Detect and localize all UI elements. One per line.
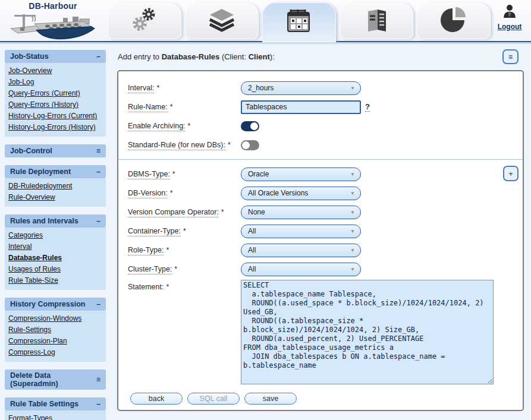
tab-settings[interactable] xyxy=(108,2,181,39)
sidebar-item-job-overview[interactable]: Job-Overview xyxy=(8,65,52,77)
sidebar-item-job-log[interactable]: Job-Log xyxy=(8,77,34,88)
db-version-row: DB-Version:* All Oracle Versions ▼ xyxy=(128,184,513,203)
app-header: DB-Harbour xyxy=(0,0,531,42)
db-version-select[interactable]: All Oracle Versions ▼ xyxy=(241,187,361,200)
sidebar-item-history-log-errors-history-[interactable]: History-Log-Errors (History) xyxy=(8,122,96,133)
rule-name-input[interactable] xyxy=(241,100,361,114)
chevron-down-icon: ▼ xyxy=(350,248,355,253)
sidebar-item-compress-log[interactable]: Compress-Log xyxy=(8,347,55,358)
sidebar-section-title: Delete Data (Superadmin) xyxy=(10,371,96,388)
sidebar-item-history-log-errors-current-[interactable]: History-Log-Errors (Current) xyxy=(8,110,97,122)
collapse-icon[interactable]: – xyxy=(96,168,100,175)
enable-archiving-row: Enable Archiving:* xyxy=(128,116,513,135)
collapse-icon[interactable]: ≡ xyxy=(96,376,100,383)
sidebar-section: Rule Deployment – DB-RuledeploymentRule-… xyxy=(5,165,106,207)
sidebar-item-db-ruledeployment[interactable]: DB-Ruledeployment xyxy=(8,181,72,192)
sidebar-section: History Compression – Compression-Window… xyxy=(5,298,106,362)
sidebar-item-interval[interactable]: Interval xyxy=(8,241,32,252)
chevron-down-icon: ▼ xyxy=(350,86,355,91)
layers-icon xyxy=(206,7,237,35)
sidebar-item-compression-plan[interactable]: Compression-Plan xyxy=(8,336,67,347)
hamburger-icon: ≡ xyxy=(508,53,513,61)
version-compare-operator-select[interactable]: None ▼ xyxy=(241,206,361,219)
sidebar-item-format-types[interactable]: Format-Types xyxy=(8,413,52,420)
sidebar-section-header[interactable]: Rules and Intervals – xyxy=(5,214,106,228)
sidebar-item-rule-table-size[interactable]: Rule Table-Size xyxy=(8,275,58,286)
sidebar-section: Job-Status – Job-OverviewJob-LogQuery-Er… xyxy=(5,50,106,137)
save-button[interactable]: save xyxy=(244,393,297,405)
logout-link[interactable]: Logout xyxy=(498,23,522,31)
interval-row: Interval:* 2_hours ▼ xyxy=(128,78,513,97)
ledger-icon xyxy=(361,7,392,35)
tab-scheduler[interactable] xyxy=(262,2,336,42)
sidebar-section-header[interactable]: Job-Status – xyxy=(5,50,106,63)
tab-layers[interactable] xyxy=(185,2,259,39)
gears-icon xyxy=(129,5,160,36)
sidebar-item-usages-of-rules[interactable]: Usages of Rules xyxy=(8,264,61,275)
enable-archiving-toggle[interactable] xyxy=(241,121,259,131)
version-compare-operator-label: Version Compare Operator:* xyxy=(128,208,241,216)
role-type-select[interactable]: All ▼ xyxy=(241,244,361,257)
collapse-icon[interactable]: – xyxy=(96,400,100,408)
interval-label: Interval:* xyxy=(128,84,241,92)
sidebar-section-title: Rule Table Settings xyxy=(10,400,78,408)
sidebar-item-query-errors-history-[interactable]: Query-Errors (History) xyxy=(8,99,78,110)
statement-label: Statement:* xyxy=(128,280,241,291)
role-type-label: Role-Type:* xyxy=(128,246,241,254)
cluster-type-row: Cluster-Type:* All ▼ xyxy=(128,260,513,279)
page-title: Add entry to Database-Rules (Client: Cli… xyxy=(118,52,275,61)
container-type-select[interactable]: All ▼ xyxy=(241,225,361,238)
add-dbms-entry-button[interactable]: + xyxy=(503,166,519,181)
chevron-down-icon: ▼ xyxy=(350,172,355,177)
cluster-type-select[interactable]: All ▼ xyxy=(241,263,361,276)
cargo-ship-icon xyxy=(8,32,98,42)
form-separator xyxy=(118,159,523,160)
collapse-icon[interactable]: ≡ xyxy=(96,147,100,154)
standard-rule-toggle[interactable] xyxy=(241,140,259,150)
chevron-down-icon: ▼ xyxy=(350,229,355,234)
sidebar-item-categories[interactable]: Categories xyxy=(8,230,43,241)
sidebar-item-compression-windows[interactable]: Compression-Windows xyxy=(8,313,81,324)
sidebar-section-header[interactable]: Job-Control ≡ xyxy=(5,144,106,157)
role-type-row: Role-Type:* All ▼ xyxy=(128,241,513,260)
rule-name-row: Rule-Name:* ? xyxy=(128,97,513,116)
sidebar-section: Delete Data (Superadmin) ≡ xyxy=(5,370,106,390)
sidebar-section-header[interactable]: Rule Table Settings – xyxy=(5,397,106,410)
sql-call-button[interactable]: SQL call xyxy=(187,393,240,405)
calendar-icon xyxy=(286,8,312,37)
sidebar-section-header[interactable]: Delete Data (Superadmin) ≡ xyxy=(5,370,106,390)
person-icon xyxy=(502,10,517,20)
sidebar-section-items: Job-OverviewJob-LogQuery-Errors (Current… xyxy=(5,63,106,137)
statement-textarea[interactable]: SELECT a.tablespace_name Tablespace, ROU… xyxy=(241,280,494,384)
standard-rule-label: Standard-Rule (for new DBs):* xyxy=(128,141,241,149)
sidebar-item-rule-overview[interactable]: Rule-Overview xyxy=(8,192,55,203)
sidebar-item-query-errors-current-[interactable]: Query-Errors (Current) xyxy=(8,88,80,99)
panel-menu-button[interactable]: ≡ xyxy=(502,49,519,64)
sidebar-section-header[interactable]: Rule Deployment – xyxy=(5,165,106,178)
dbms-type-label: DBMS-Type:* xyxy=(128,170,241,178)
dbms-type-select[interactable]: Oracle ▼ xyxy=(241,168,361,181)
collapse-icon[interactable]: – xyxy=(96,217,100,225)
sidebar-section: Rule Table Settings – Format-TypesTable … xyxy=(5,397,106,420)
back-button[interactable]: back xyxy=(130,393,183,405)
rule-name-help-link[interactable]: ? xyxy=(365,102,370,112)
interval-select[interactable]: 2_hours ▼ xyxy=(241,81,361,95)
toggle-knob xyxy=(250,122,258,130)
sidebar-section-title: Rule Deployment xyxy=(10,168,71,176)
tab-statistics[interactable] xyxy=(417,2,491,39)
sidebar-section-items: DB-RuledeploymentRule-Overview xyxy=(5,178,106,207)
db-version-label: DB-Version:* xyxy=(128,189,241,197)
sidebar-section: Rules and Intervals – CategoriesInterval… xyxy=(5,214,106,290)
tab-reports[interactable] xyxy=(340,2,413,39)
sidebar-section: Job-Control ≡ xyxy=(5,144,106,157)
sidebar-section-title: Job-Status xyxy=(10,52,49,61)
collapse-icon[interactable]: – xyxy=(96,301,100,308)
sidebar-item-database-rules[interactable]: Database-Rules xyxy=(8,252,62,264)
rule-name-label: Rule-Name:* xyxy=(128,103,241,111)
collapse-icon[interactable]: – xyxy=(96,53,100,60)
sidebar-item-rule-settings[interactable]: Rule-Settings xyxy=(8,324,51,336)
sidebar-section-header[interactable]: History Compression – xyxy=(5,298,106,311)
sidebar-section-title: History Compression xyxy=(10,300,85,308)
container-type-row: Container-Type:* All ▼ xyxy=(128,222,513,241)
toggle-knob xyxy=(242,141,250,149)
